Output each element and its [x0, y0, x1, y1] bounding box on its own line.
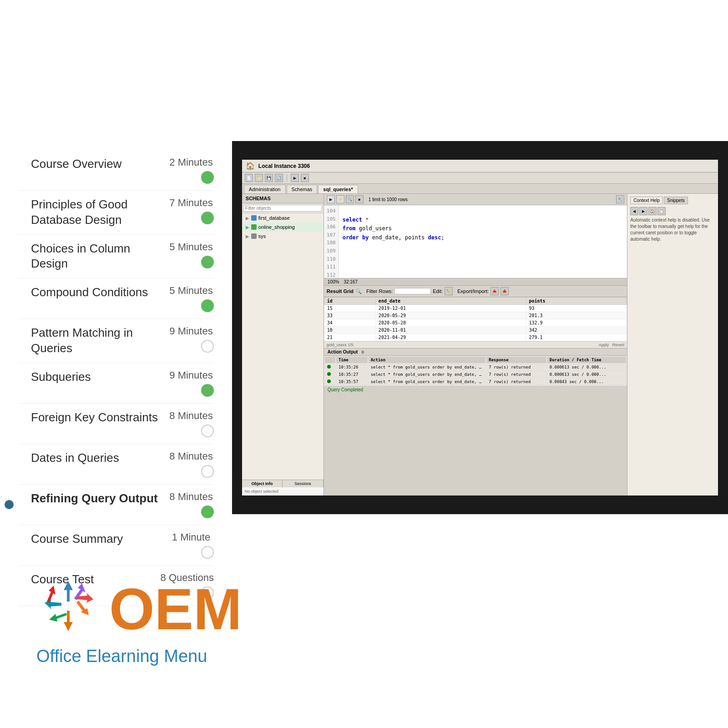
schema-item-first-database[interactable]: ▶ first_database: [242, 213, 324, 222]
workbench-title: Local Instance 3306: [258, 163, 310, 169]
editor-status-bar: 100% 32:167: [324, 278, 627, 285]
context-panel: Context Help Snippets ◀ ▶ 🏠 📋 Automatic …: [627, 194, 718, 495]
sidebar-item-label: Principles of Good Database Design: [31, 197, 168, 228]
tab-sql-queries[interactable]: sql_queries*: [318, 185, 358, 193]
sidebar-item-principles-db-design[interactable]: Principles of Good Database Design 7 Min…: [18, 191, 214, 235]
schema-search-input[interactable]: [243, 205, 322, 212]
workbench-body: SCHEMAS ▶ first_database ▶ online_shoppi…: [242, 194, 718, 495]
editor-btn-stop[interactable]: ■: [355, 195, 364, 203]
tab-context-help[interactable]: Context Help: [630, 197, 663, 204]
result-row: 10 2020-11-01 342: [324, 327, 627, 334]
editor-panel: ▶ ⚡ 🔍 ■ 1 limit to 1000 rows 🔧 104 105: [324, 194, 627, 495]
logo-row: OEM: [36, 576, 242, 642]
cursor-position: 32:167: [344, 279, 358, 284]
database-icon: [251, 233, 257, 239]
tab-schemas[interactable]: Schemas: [287, 185, 318, 193]
sidebar-item-pattern-matching[interactable]: Pattern Matching in Queries 9 Minutes: [18, 319, 214, 363]
zoom-level: 100%: [328, 279, 339, 284]
object-sessions-tabs: Object Info Sessions: [242, 480, 324, 487]
context-forward-btn[interactable]: ▶: [639, 207, 647, 215]
success-icon: [327, 379, 331, 383]
tab-sessions[interactable]: Sessions: [283, 480, 324, 487]
schema-item-online-shopping[interactable]: ▶ online_shopping: [242, 222, 324, 232]
context-nav: ◀ ▶ 🏠 📋: [630, 207, 715, 215]
code-editor[interactable]: 104 105 106 107 108 109 110 111 112 113: [324, 205, 627, 278]
workbench-titlebar: 🏠 Local Instance 3306: [242, 160, 718, 172]
sidebar-item-label: Pattern Matching in Queries: [31, 325, 168, 356]
toolbar-btn-save[interactable]: 💾: [265, 174, 273, 182]
schema-item-sys[interactable]: ▶ sys: [242, 232, 324, 241]
result-row: 15 2019-12-01 93: [324, 305, 627, 312]
status-circle: [201, 384, 214, 397]
code-content[interactable]: select * from gold_users order by end_da…: [339, 205, 627, 278]
toolbar-btn-stop[interactable]: ■: [301, 174, 309, 182]
toolbar-btn-refresh[interactable]: 🔄: [275, 174, 283, 182]
database-icon: [251, 224, 257, 230]
editor-btn-run[interactable]: ▶: [327, 195, 335, 203]
status-circle-empty: [201, 425, 214, 437]
workbench-window: 🏠 Local Instance 3306 📄 📁 💾 🔄 ▶ ■ Admini…: [242, 160, 718, 495]
sidebar-item-label: Course Summary: [31, 531, 168, 547]
duration-label: 2 Minutes: [169, 157, 212, 168]
context-help-text: Automatic context help is disabled. Use …: [630, 217, 715, 243]
action-table: Time Action Response Duration / Fetch Ti…: [324, 356, 627, 386]
sidebar-item-dates-queries[interactable]: Dates in Queries 8 Minutes: [18, 444, 214, 485]
query-status: Query Completed: [324, 386, 627, 393]
tab-administration[interactable]: Administration: [244, 185, 286, 193]
status-circle-empty: [201, 465, 214, 478]
tab-object-info[interactable]: Object Info: [242, 480, 283, 487]
line-numbers: 104 105 106 107 108 109 110 111 112 113: [324, 205, 339, 278]
result-edit-btn[interactable]: ✏️: [445, 287, 453, 295]
success-icon: [327, 365, 331, 369]
toolbar-btn-open[interactable]: 📁: [255, 174, 263, 182]
sidebar-item-refining-query[interactable]: Refining Query Output 8 Minutes: [18, 485, 214, 525]
sidebar-item-course-overview[interactable]: Course Overview 2 Minutes: [18, 150, 214, 191]
schemas-panel: SCHEMAS ▶ first_database ▶ online_shoppi…: [242, 194, 324, 495]
duration-label: 7 Minutes: [169, 197, 212, 209]
editor-toolbar: ▶ ⚡ 🔍 ■ 1 limit to 1000 rows 🔧: [324, 194, 627, 205]
sidebar-item-label: Compound Conditions: [31, 285, 168, 300]
action-row: 10:35:57 select * from gold_users order …: [325, 379, 626, 385]
duration-label: 8 Minutes: [169, 491, 212, 503]
context-copy-btn[interactable]: 📋: [657, 207, 666, 215]
duration-label: 8 Minutes: [169, 410, 212, 422]
schemas-header: SCHEMAS: [242, 194, 324, 203]
sidebar-item-choices-column-design[interactable]: Choices in Column Design 5 Minutes: [18, 235, 214, 279]
database-icon: [251, 215, 257, 221]
context-back-btn[interactable]: ◀: [630, 207, 638, 215]
brand-name: OEM: [109, 580, 242, 638]
sidebar-item-foreign-key[interactable]: Foreign Key Constraints 8 Minutes: [18, 404, 214, 444]
logo-container: OEM Office Elearning Menu: [36, 576, 242, 666]
tab-snippets[interactable]: Snippets: [664, 197, 688, 204]
sidebar-item-label: Dates in Queries: [31, 450, 168, 466]
col-id: id: [324, 298, 375, 305]
toolbar-btn-new[interactable]: 📄: [245, 174, 253, 182]
sidebar: Course Overview 2 Minutes Principles of …: [0, 141, 232, 514]
toolbar-btn-run[interactable]: ▶: [291, 174, 299, 182]
sidebar-item-label: Choices in Column Design: [31, 241, 168, 272]
editor-btn-run-selected[interactable]: ⚡: [336, 195, 344, 203]
duration-label: 5 Minutes: [169, 285, 212, 297]
sidebar-item-course-summary[interactable]: Course Summary 1 Minute: [18, 525, 214, 566]
duration-label: 9 Minutes: [169, 325, 212, 337]
result-row: 33 2020-05-29 201.3: [324, 312, 627, 319]
status-circle: [201, 299, 214, 312]
result-export-btn[interactable]: 📤: [490, 287, 499, 295]
right-panel: 🏠 Local Instance 3306 📄 📁 💾 🔄 ▶ ■ Admini…: [232, 141, 728, 514]
filter-rows-input[interactable]: [394, 288, 431, 294]
action-row: 10:35:27 select * from gold_users order …: [325, 371, 626, 378]
status-circle: [201, 506, 214, 518]
editor-btn-explain[interactable]: 🔍: [346, 195, 354, 203]
success-icon: [327, 372, 331, 376]
row-count: gold_users 1/5 Apply Revert: [324, 341, 627, 348]
context-home-btn[interactable]: 🏠: [648, 207, 657, 215]
action-output-header: Action Output 0: [324, 349, 627, 356]
duration-label: 1 Minute: [172, 531, 210, 543]
sidebar-item-subqueries[interactable]: Subqueries 9 Minutes: [18, 363, 214, 404]
result-row: 34 2020-05-28 132.9: [324, 319, 627, 327]
sidebar-item-compound-conditions[interactable]: Compound Conditions 5 Minutes: [18, 278, 214, 319]
col-end-date: end_date: [375, 298, 526, 305]
result-import-btn[interactable]: 📥: [500, 287, 509, 295]
status-circle: [201, 256, 214, 268]
editor-btn-format[interactable]: 🔧: [616, 195, 624, 203]
